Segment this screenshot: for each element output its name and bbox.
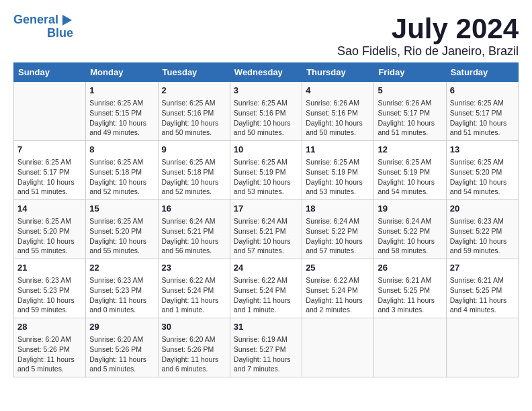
table-row — [302, 318, 374, 377]
table-row: 26Sunrise: 6:21 AM Sunset: 5:25 PM Dayli… — [374, 259, 446, 318]
table-row: 21Sunrise: 6:23 AM Sunset: 5:23 PM Dayli… — [14, 259, 86, 318]
table-row — [446, 318, 518, 377]
table-row: 3Sunrise: 6:25 AM Sunset: 5:16 PM Daylig… — [230, 82, 302, 141]
col-wednesday: Wednesday — [230, 63, 302, 82]
col-thursday: Thursday — [302, 63, 374, 82]
day-info: Sunrise: 6:25 AM Sunset: 5:18 PM Dayligh… — [89, 157, 154, 197]
day-number: 12 — [378, 144, 442, 156]
table-row: 4Sunrise: 6:26 AM Sunset: 5:16 PM Daylig… — [302, 82, 374, 141]
calendar-week-row: 1Sunrise: 6:25 AM Sunset: 5:15 PM Daylig… — [14, 82, 519, 141]
table-row: 16Sunrise: 6:24 AM Sunset: 5:21 PM Dayli… — [158, 200, 230, 259]
table-row: 11Sunrise: 6:25 AM Sunset: 5:19 PM Dayli… — [302, 141, 374, 200]
day-number: 3 — [234, 85, 298, 97]
day-number: 15 — [89, 203, 154, 215]
day-number: 11 — [306, 144, 370, 156]
calendar-title: July 2024 — [337, 13, 519, 44]
day-number: 6 — [450, 85, 515, 97]
page-header: General Blue July 2024 Sao Fidelis, Rio … — [13, 13, 519, 58]
day-info: Sunrise: 6:25 AM Sunset: 5:20 PM Dayligh… — [89, 216, 154, 256]
table-row: 1Sunrise: 6:25 AM Sunset: 5:15 PM Daylig… — [86, 82, 158, 141]
day-number: 21 — [17, 262, 82, 274]
day-number: 20 — [450, 203, 515, 215]
day-number: 23 — [162, 262, 226, 274]
day-info: Sunrise: 6:25 AM Sunset: 5:19 PM Dayligh… — [234, 157, 298, 197]
table-row: 28Sunrise: 6:20 AM Sunset: 5:26 PM Dayli… — [14, 318, 86, 377]
day-info: Sunrise: 6:26 AM Sunset: 5:16 PM Dayligh… — [306, 98, 370, 138]
col-monday: Monday — [86, 63, 158, 82]
title-block: July 2024 Sao Fidelis, Rio de Janeiro, B… — [337, 13, 519, 58]
day-number: 1 — [89, 85, 154, 97]
table-row: 14Sunrise: 6:25 AM Sunset: 5:20 PM Dayli… — [14, 200, 86, 259]
day-info: Sunrise: 6:25 AM Sunset: 5:17 PM Dayligh… — [17, 157, 82, 197]
day-info: Sunrise: 6:20 AM Sunset: 5:26 PM Dayligh… — [17, 334, 82, 374]
table-row: 24Sunrise: 6:22 AM Sunset: 5:24 PM Dayli… — [230, 259, 302, 318]
table-row: 23Sunrise: 6:22 AM Sunset: 5:24 PM Dayli… — [158, 259, 230, 318]
table-row: 10Sunrise: 6:25 AM Sunset: 5:19 PM Dayli… — [230, 141, 302, 200]
day-info: Sunrise: 6:23 AM Sunset: 5:22 PM Dayligh… — [450, 216, 515, 256]
table-row: 18Sunrise: 6:24 AM Sunset: 5:22 PM Dayli… — [302, 200, 374, 259]
day-info: Sunrise: 6:20 AM Sunset: 5:26 PM Dayligh… — [89, 334, 154, 374]
table-row: 25Sunrise: 6:22 AM Sunset: 5:24 PM Dayli… — [302, 259, 374, 318]
svg-marker-0 — [62, 15, 72, 26]
day-info: Sunrise: 6:20 AM Sunset: 5:26 PM Dayligh… — [162, 334, 226, 374]
day-number: 14 — [17, 203, 82, 215]
day-number: 31 — [234, 321, 298, 333]
day-info: Sunrise: 6:23 AM Sunset: 5:23 PM Dayligh… — [17, 275, 82, 315]
table-row: 6Sunrise: 6:25 AM Sunset: 5:17 PM Daylig… — [446, 82, 518, 141]
day-info: Sunrise: 6:25 AM Sunset: 5:20 PM Dayligh… — [450, 157, 515, 197]
table-row: 7Sunrise: 6:25 AM Sunset: 5:17 PM Daylig… — [14, 141, 86, 200]
day-number: 27 — [450, 262, 515, 274]
calendar-week-row: 21Sunrise: 6:23 AM Sunset: 5:23 PM Dayli… — [14, 259, 519, 318]
calendar-week-row: 28Sunrise: 6:20 AM Sunset: 5:26 PM Dayli… — [14, 318, 519, 377]
day-number: 19 — [378, 203, 442, 215]
day-number: 2 — [162, 85, 226, 97]
day-info: Sunrise: 6:26 AM Sunset: 5:17 PM Dayligh… — [378, 98, 442, 138]
day-info: Sunrise: 6:24 AM Sunset: 5:22 PM Dayligh… — [306, 216, 370, 256]
col-sunday: Sunday — [14, 63, 86, 82]
day-number: 7 — [17, 144, 82, 156]
day-info: Sunrise: 6:22 AM Sunset: 5:24 PM Dayligh… — [234, 275, 298, 315]
table-row: 20Sunrise: 6:23 AM Sunset: 5:22 PM Dayli… — [446, 200, 518, 259]
calendar-subtitle: Sao Fidelis, Rio de Janeiro, Brazil — [337, 44, 519, 58]
table-row: 29Sunrise: 6:20 AM Sunset: 5:26 PM Dayli… — [86, 318, 158, 377]
table-row: 17Sunrise: 6:24 AM Sunset: 5:21 PM Dayli… — [230, 200, 302, 259]
day-info: Sunrise: 6:21 AM Sunset: 5:25 PM Dayligh… — [378, 275, 442, 315]
day-number: 16 — [162, 203, 226, 215]
day-info: Sunrise: 6:25 AM Sunset: 5:18 PM Dayligh… — [162, 157, 226, 197]
day-number: 5 — [378, 85, 442, 97]
calendar-week-row: 14Sunrise: 6:25 AM Sunset: 5:20 PM Dayli… — [14, 200, 519, 259]
table-row: 8Sunrise: 6:25 AM Sunset: 5:18 PM Daylig… — [86, 141, 158, 200]
table-row: 13Sunrise: 6:25 AM Sunset: 5:20 PM Dayli… — [446, 141, 518, 200]
header-row: Sunday Monday Tuesday Wednesday Thursday… — [14, 63, 519, 82]
day-info: Sunrise: 6:25 AM Sunset: 5:16 PM Dayligh… — [162, 98, 226, 138]
table-row — [374, 318, 446, 377]
table-row: 27Sunrise: 6:21 AM Sunset: 5:25 PM Dayli… — [446, 259, 518, 318]
day-info: Sunrise: 6:24 AM Sunset: 5:21 PM Dayligh… — [234, 216, 298, 256]
day-info: Sunrise: 6:24 AM Sunset: 5:22 PM Dayligh… — [378, 216, 442, 256]
calendar-week-row: 7Sunrise: 6:25 AM Sunset: 5:17 PM Daylig… — [14, 141, 519, 200]
table-row — [14, 82, 86, 141]
day-info: Sunrise: 6:25 AM Sunset: 5:15 PM Dayligh… — [89, 98, 154, 138]
day-number: 10 — [234, 144, 298, 156]
col-tuesday: Tuesday — [158, 63, 230, 82]
day-info: Sunrise: 6:21 AM Sunset: 5:25 PM Dayligh… — [450, 275, 515, 315]
day-number: 26 — [378, 262, 442, 274]
day-info: Sunrise: 6:25 AM Sunset: 5:19 PM Dayligh… — [378, 157, 442, 197]
table-row: 15Sunrise: 6:25 AM Sunset: 5:20 PM Dayli… — [86, 200, 158, 259]
table-row: 12Sunrise: 6:25 AM Sunset: 5:19 PM Dayli… — [374, 141, 446, 200]
table-row: 22Sunrise: 6:23 AM Sunset: 5:23 PM Dayli… — [86, 259, 158, 318]
day-number: 28 — [17, 321, 82, 333]
day-info: Sunrise: 6:25 AM Sunset: 5:16 PM Dayligh… — [234, 98, 298, 138]
day-number: 17 — [234, 203, 298, 215]
logo-text-blue: Blue — [47, 27, 73, 40]
logo-arrow-icon — [60, 13, 73, 27]
table-row: 30Sunrise: 6:20 AM Sunset: 5:26 PM Dayli… — [158, 318, 230, 377]
day-info: Sunrise: 6:19 AM Sunset: 5:27 PM Dayligh… — [234, 334, 298, 374]
table-row: 19Sunrise: 6:24 AM Sunset: 5:22 PM Dayli… — [374, 200, 446, 259]
day-number: 30 — [162, 321, 226, 333]
day-number: 25 — [306, 262, 370, 274]
day-number: 22 — [89, 262, 154, 274]
day-number: 18 — [306, 203, 370, 215]
day-info: Sunrise: 6:22 AM Sunset: 5:24 PM Dayligh… — [306, 275, 370, 315]
table-row: 31Sunrise: 6:19 AM Sunset: 5:27 PM Dayli… — [230, 318, 302, 377]
